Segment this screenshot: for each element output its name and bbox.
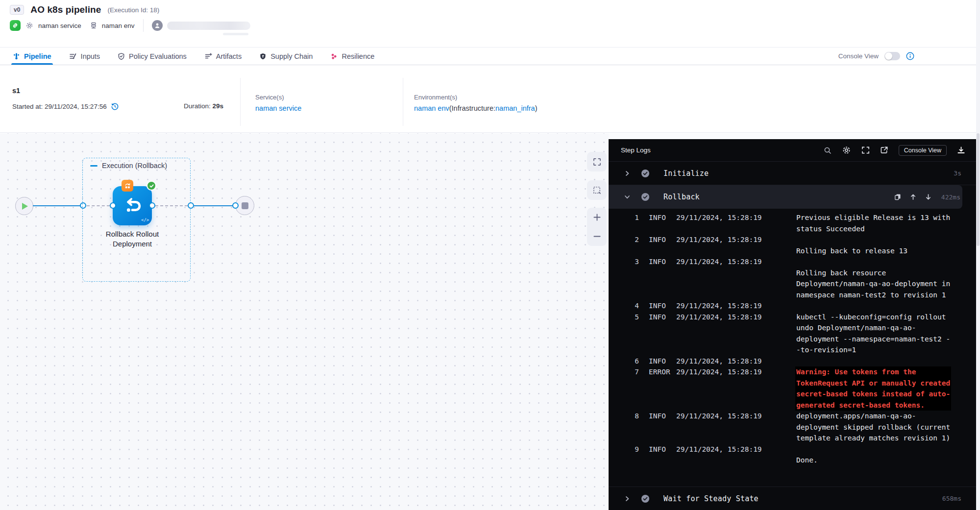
pipeline-start-node[interactable] [15,197,33,215]
stage-started: Started at: 29/11/2024, 15:27:56 [12,102,119,111]
duration-value: 29s [213,102,224,110]
tab-inputs[interactable]: Inputs [69,48,100,65]
group-right-connector[interactable] [188,202,194,209]
services-label: Service(s) [255,94,301,101]
infrastructure-link[interactable]: naman_infra [495,104,535,112]
log-message: kubectl --kubeconfig=config rollout undo… [796,312,950,356]
rollback-row-actions: 422ms [894,194,960,201]
info-icon[interactable] [906,52,914,60]
environment-icon [90,22,98,29]
log-line: 8 INFO 29/11/2024, 15:28:19 deployment.a… [609,411,976,444]
log-line-number: 1 [628,212,639,223]
log-body[interactable]: 1 INFO 29/11/2024, 15:28:19 Previous eli… [609,209,976,486]
log-timestamp: 29/11/2024, 15:28:19 [676,411,762,422]
header-service-name[interactable]: naman service [38,22,81,29]
history-icon[interactable] [111,102,119,111]
stage-duration: Duration: 29s [184,102,223,110]
console-view-label: Console View [838,52,879,60]
environments-label: Environment(s) [414,94,537,101]
page-scrollbar[interactable] [976,0,980,510]
scroll-up-icon[interactable] [910,194,916,200]
canvas-fit-button[interactable] [587,152,607,171]
tab-artifacts[interactable]: Artifacts [204,48,242,65]
step-success-icon [641,494,650,503]
artifacts-icon [204,52,212,60]
success-badge-icon [147,181,156,191]
open-external-icon[interactable] [880,146,888,154]
redacted-user-text [167,22,250,30]
pipeline-canvas[interactable]: Execution (Rollback) </> Rollback Rollou… [0,133,609,510]
scroll-down-icon[interactable] [925,194,931,200]
tab-resilience[interactable]: Resilience [330,48,374,65]
collapse-group-icon[interactable] [90,165,98,167]
step-duration: 658ms [942,495,961,502]
stage-divider [240,78,241,126]
step-duration: 422ms [941,194,960,201]
log-timestamp: 29/11/2024, 15:28:19 [676,300,762,312]
log-message: Previous eligible Release is 13 with sta… [796,212,950,234]
pipeline-meta-row: naman service naman env [10,19,250,32]
scrollbar-thumb[interactable] [977,133,980,246]
tab-policy-evaluations[interactable]: Policy Evaluations [118,48,187,65]
log-timestamp: 29/11/2024, 15:28:19 [676,312,762,323]
edge-group-to-end [194,205,236,206]
chevron-right-icon[interactable] [624,170,632,176]
stage-divider-2 [403,78,403,126]
settings-gear-icon[interactable] [842,146,851,155]
log-line: 2 INFO 29/11/2024, 15:28:19 Rolling back… [609,234,976,256]
log-panel-wrap: Step Logs Console View Initialize 3s [609,133,980,510]
log-level: INFO [649,300,676,312]
node-code-glyph: </> [141,218,149,222]
rollout-badge-icon [122,180,133,192]
step-success-icon [641,193,650,201]
search-icon[interactable] [824,146,832,154]
log-message: Warning: Use tokens from the TokenReques… [796,366,950,411]
service-link[interactable]: naman service [255,104,301,112]
console-view-button[interactable]: Console View [899,145,947,156]
cd-module-icon [10,20,21,31]
node-label: Rollback Rollout Deployment [83,229,181,249]
download-icon[interactable] [957,146,965,154]
log-level: INFO [649,356,676,367]
step-row-wait-for-steady-state[interactable]: Wait for Steady State 658ms [609,486,976,510]
environment-link[interactable]: naman env [414,104,449,112]
copy-icon[interactable] [894,194,901,200]
log-line-number: 5 [628,312,639,323]
fit-view-icon [593,158,601,166]
tab-pipeline[interactable]: Pipeline [13,48,51,65]
log-timestamp: 29/11/2024, 15:28:19 [676,256,762,267]
canvas-select-button[interactable] [587,180,607,200]
tab-supply-chain[interactable]: Supply Chain [259,48,313,65]
log-message: Rolling back to release 13 [796,234,907,256]
service-gear-icon [25,21,34,30]
log-line-number: 6 [628,356,639,367]
log-line-number: 4 [628,300,639,312]
step-logs-panel: Step Logs Console View Initialize 3s [609,139,976,510]
chevron-down-icon[interactable] [624,194,632,200]
step-duration: 3s [954,170,961,177]
console-view-toggle[interactable] [884,52,900,60]
log-line: 4 INFO 29/11/2024, 15:28:19 [609,300,976,312]
stage-name[interactable]: s1 [12,87,20,95]
log-line-number: 9 [628,444,639,455]
fullscreen-icon[interactable] [861,146,870,154]
log-timestamp: 29/11/2024, 15:28:19 [676,212,762,223]
log-line: 5 INFO 29/11/2024, 15:28:19 kubectl --ku… [609,312,976,356]
step-logs-header: Step Logs Console View [609,139,976,162]
zoom-out-button[interactable] [593,232,601,241]
step-row-rollback[interactable]: Rollback 422ms [609,185,962,209]
log-line-number: 7 [628,366,639,378]
step-name: Wait for Steady State [663,494,759,503]
log-level: INFO [649,212,676,223]
zoom-in-button[interactable] [593,213,601,221]
step-row-initialize[interactable]: Initialize 3s [609,162,976,185]
inputs-icon [69,52,77,60]
log-timestamp: 29/11/2024, 15:28:19 [676,444,762,455]
node-left-connector[interactable] [110,202,116,209]
header-environment-name[interactable]: naman env [102,22,135,29]
title-row: v0 AO k8s pipeline (Execution Id: 18) [10,4,159,15]
log-line-number: 2 [628,234,639,245]
chevron-right-icon[interactable] [624,496,632,502]
node-right-connector[interactable] [149,202,155,209]
step-success-icon [641,169,650,178]
